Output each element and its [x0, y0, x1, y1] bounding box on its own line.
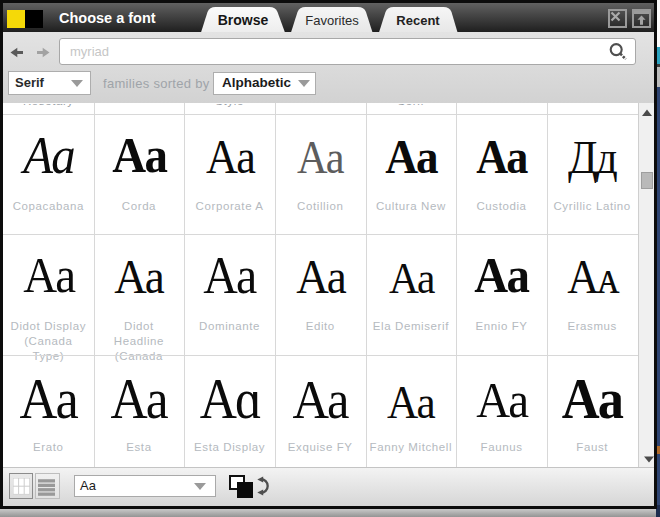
svg-text:Browse: Browse: [218, 12, 269, 28]
svg-text:Recent: Recent: [396, 13, 440, 28]
svg-text:Favorites: Favorites: [305, 13, 359, 28]
